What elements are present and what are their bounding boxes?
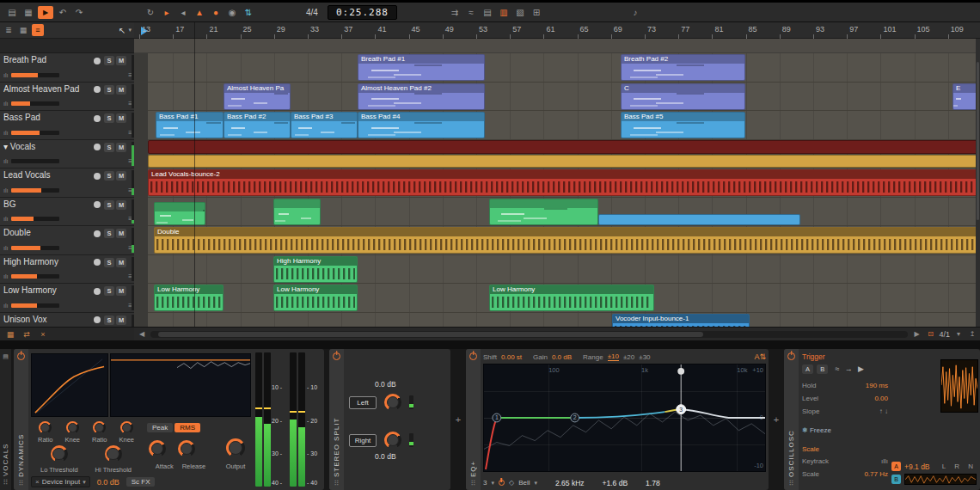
arranger-lane[interactable]: Low HarmonyLow HarmonyLow Harmony (134, 284, 980, 313)
volume-slider[interactable] (11, 101, 59, 106)
scroll-left-icon[interactable]: ◀ (137, 330, 147, 338)
solo-button[interactable]: S (104, 229, 114, 238)
clip[interactable]: C (621, 83, 745, 110)
device-oscilloscope[interactable]: OSCILLOSC ⠿ Trigger A B ≈ → ▶ Hold 190 m… (784, 349, 980, 490)
device-dynamics[interactable]: DYNAMICS ⠿ (14, 349, 324, 490)
crossfade-icon[interactable]: ⇄ (21, 329, 32, 340)
mute-button[interactable]: M (116, 286, 126, 296)
mute-button[interactable]: M (116, 113, 126, 123)
arranger-lane[interactable]: High Harmony (134, 255, 980, 285)
clip[interactable]: Bass Pad #1 (156, 112, 224, 138)
clip[interactable] (489, 199, 598, 225)
track-list-view-icon[interactable]: ≣ (3, 24, 15, 36)
range-option-20[interactable]: ±20 (623, 353, 634, 361)
vertical-scrollbar[interactable] (976, 39, 980, 327)
shift-value[interactable]: 0.00 st (501, 353, 522, 361)
arranger-timeline[interactable]: 1317212529333741454953576165697377818589… (134, 22, 980, 327)
record-arm-button[interactable] (94, 115, 101, 122)
channel-a-badge[interactable]: A (891, 462, 901, 471)
solo-button[interactable]: S (104, 286, 114, 296)
hi-knee-knob[interactable] (120, 421, 133, 434)
clip[interactable]: Lead Vocals-bounce-2 (148, 169, 978, 196)
release-knob[interactable] (178, 440, 195, 457)
right-channel-button[interactable]: Right (349, 434, 377, 447)
auto-gain-icon[interactable]: A⇅ (754, 352, 766, 361)
mix-layout-icon[interactable]: ▥ (497, 5, 511, 19)
gain-value[interactable]: 0.0 dB (552, 353, 572, 361)
clip[interactable]: Bass Pad #2 (224, 112, 291, 138)
solo-button[interactable]: S (104, 85, 114, 95)
solo-button[interactable]: S (104, 56, 114, 65)
record-arm-button[interactable] (94, 316, 101, 323)
source-b-button[interactable]: B (817, 364, 828, 374)
track-header[interactable]: Breath PadSMılı≡ (0, 53, 134, 83)
snap-icon[interactable]: ≈ (464, 5, 478, 19)
time-signature-display[interactable]: 4/4 (306, 8, 318, 17)
device-eq-plus[interactable]: EQ+ ⠿ Shift 0.00 st Gain 0.0 dB Range ±1… (466, 349, 769, 490)
source-a-button[interactable]: A (802, 364, 813, 374)
arranger-lane[interactable]: Lead Vocals-bounce-2 (134, 168, 980, 198)
scrollbar-handle[interactable] (158, 332, 704, 337)
device-stereo-split[interactable]: STEREO SPLIT ⠿ 0.0 dB Left Right 0.0 dB (329, 349, 450, 490)
loop-icon[interactable]: ↻ (144, 5, 157, 19)
chevron-down-icon[interactable]: ▾ (491, 480, 494, 487)
volume-slider[interactable] (11, 274, 59, 279)
volume-slider[interactable] (11, 188, 59, 193)
add-device-button[interactable]: + (771, 349, 781, 490)
arranger-lane[interactable]: Bass Pad #1Bass Pad #2Bass Pad #3Bass Pa… (134, 111, 980, 140)
range-option-10[interactable]: ±10 (608, 352, 619, 361)
rms-mode-button[interactable]: RMS (175, 423, 200, 432)
arranger-lane[interactable]: Breath Pad #1Breath Pad #2 (134, 53, 980, 83)
track-header[interactable]: DoubleSMılı≡ (0, 226, 134, 255)
chevron-down-icon[interactable]: ▾ (534, 480, 537, 487)
mute-button[interactable]: M (116, 56, 126, 65)
power-icon[interactable] (787, 352, 795, 360)
drag-handle-icon[interactable]: ⠿ (471, 480, 476, 487)
follow-playhead-icon[interactable]: ⇉ (448, 5, 462, 19)
close-icon[interactable]: × (38, 329, 48, 340)
slope-arrows-icon[interactable]: ↑ ↓ (879, 407, 888, 415)
browser-panel-icon[interactable]: ▦ (21, 5, 35, 19)
time-position-display[interactable]: 0:25.288 (328, 5, 397, 20)
record-arm-button[interactable] (94, 230, 101, 237)
clip[interactable] (273, 199, 321, 225)
band-count[interactable]: 3 (483, 479, 487, 487)
arranger-lane[interactable]: Vocoder Input-bounce-1 (134, 313, 980, 328)
tool-caret-icon[interactable]: ▾ (128, 27, 132, 34)
clip[interactable]: Low Harmony (489, 285, 654, 311)
attack-knob[interactable] (149, 440, 166, 457)
drag-handle-icon[interactable]: ⠿ (789, 480, 794, 487)
band-power-icon[interactable] (499, 480, 505, 486)
pointer-tool-icon[interactable]: ↖ (119, 26, 126, 35)
record-arm-button[interactable] (94, 86, 101, 93)
clip[interactable]: Almost Heaven Pad #2 (358, 83, 485, 110)
right-gain-value[interactable]: 0.0 dB (375, 452, 396, 461)
dual-display-icon[interactable]: ⊞ (530, 5, 543, 19)
scroll-right-icon[interactable]: ▶ (911, 330, 922, 338)
scale-value[interactable]: 0.77 Hz (864, 470, 888, 478)
zoom-preset-label[interactable]: 4/1 (939, 330, 950, 339)
right-gain-knob[interactable] (384, 432, 401, 449)
record-arm-button[interactable] (94, 288, 101, 295)
drag-handle-icon[interactable]: ⠿ (334, 480, 340, 487)
metronome-icon[interactable]: ▲ (193, 5, 206, 19)
hi-threshold-knob[interactable] (105, 445, 122, 462)
mute-button[interactable]: M (116, 143, 126, 152)
track-header[interactable]: ▾ VocalsSMılı≡ (0, 140, 134, 169)
output-value[interactable]: 0.0 dB (97, 478, 119, 487)
arranger-lane[interactable] (134, 140, 980, 169)
clip-launcher-view-icon[interactable]: ▦ (17, 24, 29, 36)
mute-button[interactable]: M (116, 315, 126, 325)
punch-out-icon[interactable]: ◂ (176, 5, 190, 19)
clip[interactable]: Bass Pad #4 (358, 112, 485, 138)
horizontal-scrollbar[interactable]: ◀▶⊡4/1▾↥ (134, 327, 980, 340)
channel-b-badge[interactable]: B (891, 475, 901, 484)
clip[interactable] (598, 214, 800, 225)
clip[interactable] (154, 202, 205, 225)
lo-knee-knob[interactable] (66, 421, 79, 434)
clip[interactable] (148, 140, 978, 154)
track-header[interactable]: Lead VocalsSMılı≡ (0, 168, 134, 198)
left-channel-button[interactable]: Left (349, 396, 377, 409)
lo-threshold-knob[interactable] (51, 445, 68, 462)
band-freq-value[interactable]: 2.65 kHz (555, 479, 585, 487)
